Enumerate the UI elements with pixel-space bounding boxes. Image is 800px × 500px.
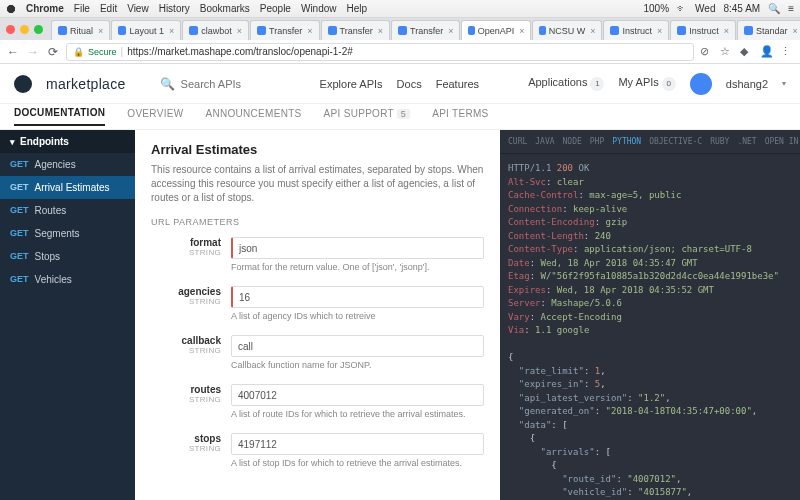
browser-tab[interactable]: OpenAPI×: [461, 20, 531, 40]
star-icon[interactable]: ☆: [720, 45, 734, 59]
param-input[interactable]: [231, 237, 484, 259]
browser-tab[interactable]: Standar×: [737, 20, 800, 40]
browser-tab[interactable]: clawbot×: [182, 20, 249, 40]
chevron-down-icon: ▾: [10, 137, 15, 147]
back-button[interactable]: ←: [6, 45, 20, 59]
http-verb: GET: [10, 228, 29, 239]
browser-tab[interactable]: Ritual×: [51, 20, 110, 40]
nav-docs[interactable]: Docs: [397, 78, 422, 90]
menu-item[interactable]: File: [74, 3, 90, 14]
spotlight-icon[interactable]: 🔍: [768, 3, 780, 14]
lang-tab[interactable]: OPEN IN PAW: [765, 137, 800, 146]
lang-tab[interactable]: OBJECTIVE-C: [649, 137, 702, 146]
sidebar-endpoint[interactable]: GETAgencies: [0, 153, 135, 176]
forward-button[interactable]: →: [26, 45, 40, 59]
close-tab-icon[interactable]: ×: [378, 26, 383, 36]
close-tab-icon[interactable]: ×: [448, 26, 453, 36]
close-tab-icon[interactable]: ×: [724, 26, 729, 36]
favicon-icon: [257, 26, 266, 35]
param-hint: A list of agency IDs which to retreive: [231, 311, 484, 321]
close-tab-icon[interactable]: ×: [657, 26, 662, 36]
zoom-window-icon[interactable]: [34, 25, 43, 34]
chrome-menu-icon[interactable]: ⋮: [780, 45, 794, 59]
sidebar-endpoint[interactable]: GETSegments: [0, 222, 135, 245]
close-tab-icon[interactable]: ×: [519, 26, 524, 36]
menu-item[interactable]: Help: [347, 3, 368, 14]
site-header: marketplace 🔍 Explore APIs Docs Features…: [0, 64, 800, 104]
close-tab-icon[interactable]: ×: [98, 26, 103, 36]
active-app: Chrome: [26, 3, 64, 14]
tab-label: Transfer: [410, 26, 443, 36]
address-bar[interactable]: 🔒 Secure | https://market.mashape.com/tr…: [66, 43, 694, 61]
menu-item[interactable]: Window: [301, 3, 337, 14]
browser-tab[interactable]: Transfer×: [391, 20, 460, 40]
lang-tab[interactable]: NODE: [563, 137, 582, 146]
favicon-icon: [398, 26, 407, 35]
close-window-icon[interactable]: [6, 25, 15, 34]
close-tab-icon[interactable]: ×: [590, 26, 595, 36]
avatar[interactable]: [690, 73, 712, 95]
param-hint: A list of stop IDs for which to retrieve…: [231, 458, 484, 468]
param-row: routesSTRINGA list of route IDs for whic…: [151, 384, 484, 427]
api-search[interactable]: 🔍: [160, 77, 271, 91]
nav-myapis[interactable]: My APIs0: [618, 76, 675, 91]
nav-applications[interactable]: Applications1: [528, 76, 604, 91]
sidebar-endpoint[interactable]: GETRoutes: [0, 199, 135, 222]
close-tab-icon[interactable]: ×: [237, 26, 242, 36]
subnav-tab[interactable]: DOCUMENTATION: [14, 107, 105, 126]
browser-tab[interactable]: NCSU W×: [532, 20, 602, 40]
reload-button[interactable]: ⟳: [46, 45, 60, 59]
subnav-tab[interactable]: API SUPPORT 5: [324, 108, 411, 125]
browser-tab[interactable]: Transfer×: [250, 20, 319, 40]
browser-tab[interactable]: Transfer×: [321, 20, 390, 40]
menu-icon[interactable]: ≡: [788, 3, 794, 14]
param-input[interactable]: [231, 335, 484, 357]
window-controls[interactable]: [6, 25, 43, 34]
param-input[interactable]: [231, 433, 484, 455]
mashape-logo-icon[interactable]: [14, 75, 32, 93]
close-tab-icon[interactable]: ×: [793, 26, 798, 36]
nav-features[interactable]: Features: [436, 78, 479, 90]
tab-label: Instruct: [689, 26, 719, 36]
menu-item[interactable]: View: [127, 3, 149, 14]
nav-explore[interactable]: Explore APIs: [320, 78, 383, 90]
param-input[interactable]: [231, 286, 484, 308]
param-input[interactable]: [231, 384, 484, 406]
tab-label: Instruct: [622, 26, 652, 36]
search-input[interactable]: [181, 78, 271, 90]
lang-tab[interactable]: RUBY: [710, 137, 729, 146]
browser-tab[interactable]: Layout 1×: [111, 20, 181, 40]
sidebar-endpoint[interactable]: GETArrival Estimates: [0, 176, 135, 199]
endpoints-sidebar: ▾ Endpoints GETAgenciesGETArrival Estima…: [0, 130, 135, 500]
http-verb: GET: [10, 274, 29, 285]
lang-tab[interactable]: PYTHON: [612, 137, 641, 146]
menu-item[interactable]: Edit: [100, 3, 117, 14]
extension-icon[interactable]: ◆: [740, 45, 754, 59]
lang-tab[interactable]: PHP: [590, 137, 604, 146]
lang-tab[interactable]: CURL: [508, 137, 527, 146]
subnav-tab[interactable]: ANNOUNCEMENTS: [205, 108, 301, 125]
chevron-down-icon[interactable]: ▾: [782, 79, 786, 88]
browser-tab[interactable]: Instruct×: [603, 20, 669, 40]
sidebar-endpoint[interactable]: GETVehicles: [0, 268, 135, 291]
subnav-tab[interactable]: API TERMS: [432, 108, 488, 125]
menu-item[interactable]: People: [260, 3, 291, 14]
endpoint-name: Arrival Estimates: [35, 182, 110, 193]
sidebar-endpoint[interactable]: GETStops: [0, 245, 135, 268]
close-tab-icon[interactable]: ×: [169, 26, 174, 36]
subnav-tab[interactable]: OVERVIEW: [127, 108, 183, 125]
http-response: HTTP/1.1 200 OK Alt-Svc: clear Cache-Con…: [500, 154, 800, 500]
brand-name: marketplace: [46, 76, 126, 92]
tab-label: Standar: [756, 26, 788, 36]
lang-tab[interactable]: JAVA: [535, 137, 554, 146]
minimize-window-icon[interactable]: [20, 25, 29, 34]
sidebar-heading[interactable]: ▾ Endpoints: [0, 130, 135, 153]
menu-item[interactable]: History: [159, 3, 190, 14]
tab-label: clawbot: [201, 26, 232, 36]
browser-tab[interactable]: Instruct×: [670, 20, 736, 40]
lang-tab[interactable]: .NET: [737, 137, 756, 146]
username[interactable]: dshang2: [726, 78, 768, 90]
menu-item[interactable]: Bookmarks: [200, 3, 250, 14]
profile-icon[interactable]: 👤: [760, 45, 774, 59]
close-tab-icon[interactable]: ×: [307, 26, 312, 36]
